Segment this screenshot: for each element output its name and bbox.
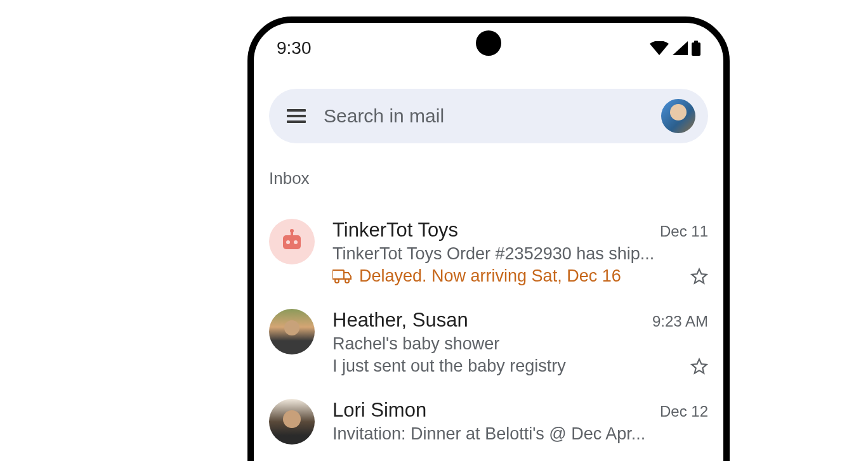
email-subject: Invitation: Dinner at Belotti's @ Dec Ap… [332,424,708,444]
delay-text: Delayed. Now arriving Sat, Dec 16 [359,266,621,286]
email-content: TinkerTot Toys Dec 11 TinkerTot Toys Ord… [332,219,708,286]
inbox-label: Inbox [269,169,723,188]
email-subject: Rachel's baby shower [332,334,708,354]
svg-rect-7 [332,270,344,279]
menu-icon[interactable] [287,109,306,123]
email-content: Heather, Susan 9:23 AM Rachel's baby sho… [332,309,708,376]
email-sender: Heather, Susan [332,309,468,332]
email-sender: Lori Simon [332,399,426,422]
email-sender: TinkerTot Toys [332,219,458,242]
svg-point-8 [335,279,339,283]
email-item[interactable]: Heather, Susan 9:23 AM Rachel's baby sho… [254,297,723,387]
email-date: 9:23 AM [652,313,708,330]
truck-icon [332,269,352,284]
svg-point-9 [345,279,349,283]
email-item[interactable]: Lori Simon Dec 12 Invitation: Dinner at … [254,387,723,456]
email-subject: TinkerTot Toys Order #2352930 has ship..… [332,244,708,264]
email-date: Dec 11 [660,223,708,240]
phone-frame: 9:30 Search in mail Inbox [247,16,730,461]
sender-avatar [269,219,315,264]
email-content: Lori Simon Dec 12 Invitation: Dinner at … [332,399,708,445]
delivery-status: Delayed. Now arriving Sat, Dec 16 [332,266,621,286]
star-icon[interactable] [690,358,708,375]
search-bar[interactable]: Search in mail [269,89,708,143]
svg-point-6 [290,229,294,233]
svg-rect-0 [692,42,700,56]
status-time: 9:30 [277,38,312,58]
email-snippet: I just sent out the baby registry [332,356,683,376]
robot-icon [279,229,305,254]
svg-rect-1 [694,41,698,43]
star-icon[interactable] [690,268,708,285]
sender-avatar [269,309,315,354]
email-item[interactable]: TinkerTot Toys Dec 11 TinkerTot Toys Ord… [254,207,723,297]
svg-point-4 [294,240,298,244]
status-icons [650,41,700,56]
svg-point-3 [286,240,290,244]
battery-icon [692,41,700,56]
email-list: TinkerTot Toys Dec 11 TinkerTot Toys Ord… [254,207,723,456]
wifi-icon [650,41,669,55]
search-input[interactable]: Search in mail [324,105,643,127]
account-avatar[interactable] [661,99,695,133]
camera-notch [476,30,501,56]
sender-avatar [269,399,315,445]
cellular-icon [673,41,688,55]
email-date: Dec 12 [660,403,708,420]
svg-rect-2 [283,235,301,249]
